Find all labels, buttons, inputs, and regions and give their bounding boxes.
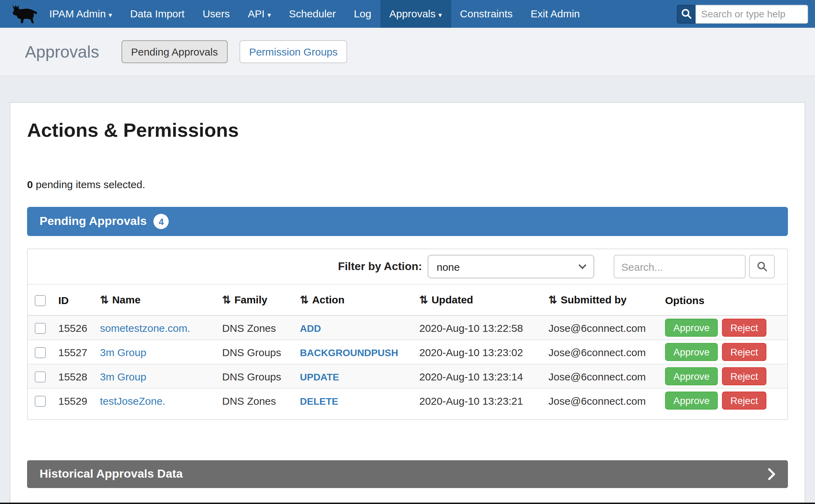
- col-header-submitted-by[interactable]: ⇅Submitted by: [543, 285, 659, 316]
- cell-updated: 2020-Aug-10 13:22:58: [414, 316, 543, 340]
- cell-updated: 2020-Aug-10 13:23:02: [414, 340, 543, 364]
- page-title: Approvals: [25, 42, 99, 61]
- nav-item-constraints[interactable]: Constraints: [451, 0, 522, 28]
- caret-down-icon: ▾: [109, 11, 112, 19]
- filter-toolbar: Filter by Action: none: [28, 249, 787, 285]
- selected-count: 0: [27, 178, 33, 190]
- pending-approvals-table-box: Filter by Action: none: [27, 249, 788, 420]
- nav-item-approvals[interactable]: Approvals▾: [380, 0, 451, 28]
- cell-family: DNS Groups: [217, 364, 294, 388]
- table-row: 15528 3m Group DNS Groups UPDATE 2020-Au…: [28, 364, 787, 388]
- row-checkbox[interactable]: [35, 371, 46, 383]
- cell-submitted-by: Jose@6connect.com: [543, 340, 659, 364]
- sort-icon[interactable]: ⇅: [300, 294, 309, 305]
- global-search-input[interactable]: [696, 5, 808, 23]
- sort-icon[interactable]: ⇅: [222, 294, 231, 305]
- action-link[interactable]: ADD: [300, 322, 321, 334]
- nav-item-scheduler[interactable]: Scheduler: [280, 0, 345, 28]
- nav-item-users[interactable]: Users: [194, 0, 239, 28]
- search-icon: [756, 261, 767, 272]
- nav-item-log[interactable]: Log: [345, 0, 380, 28]
- cell-id: 15528: [53, 364, 94, 388]
- table-row: 15529 testJoseZone. DNS Zones DELETE 202…: [28, 388, 787, 412]
- cell-submitted-by: Jose@6connect.com: [543, 388, 659, 412]
- pending-approvals-title: Pending Approvals: [40, 215, 147, 228]
- cell-updated: 2020-Aug-10 13:23:21: [414, 388, 543, 412]
- pending-approvals-header: Pending Approvals 4: [27, 207, 788, 236]
- page: IPAM Admin▾ Data Import Users API▾ Sched…: [0, 0, 815, 504]
- nav-item-api[interactable]: API▾: [239, 0, 280, 28]
- filter-action-select-wrap: none: [428, 255, 594, 278]
- main-panel: Actions & Permissions 0 pending items se…: [10, 102, 805, 504]
- reject-button[interactable]: Reject: [722, 343, 766, 361]
- row-checkbox[interactable]: [35, 396, 46, 407]
- historical-approvals-header[interactable]: Historical Approvals Data: [27, 460, 788, 488]
- reject-button[interactable]: Reject: [722, 319, 766, 337]
- cell-id: 15529: [53, 388, 94, 412]
- name-link[interactable]: testJoseZone.: [100, 395, 165, 406]
- row-checkbox[interactable]: [35, 323, 46, 334]
- nav-item-ipam-admin[interactable]: IPAM Admin▾: [40, 0, 121, 28]
- subheader: Approvals Pending Approvals Permission G…: [0, 28, 815, 76]
- action-link[interactable]: BACKGROUNDPUSH: [300, 347, 398, 358]
- row-checkbox[interactable]: [35, 347, 46, 358]
- col-header-id: ID: [53, 285, 94, 316]
- nav-item-exit-admin[interactable]: Exit Admin: [522, 0, 589, 28]
- approve-button[interactable]: Approve: [665, 343, 718, 361]
- cell-id: 15527: [53, 340, 94, 364]
- approve-button[interactable]: Approve: [665, 392, 718, 410]
- action-link[interactable]: DELETE: [300, 395, 338, 406]
- global-search: [677, 5, 808, 23]
- top-navbar: IPAM Admin▾ Data Import Users API▾ Sched…: [0, 0, 815, 28]
- approve-button[interactable]: Approve: [665, 319, 718, 337]
- col-header-options: Options: [659, 285, 787, 316]
- col-header-updated[interactable]: ⇅Updated: [414, 285, 543, 316]
- name-link[interactable]: 3m Group: [100, 370, 146, 382]
- filter-label: Filter by Action:: [338, 260, 422, 273]
- section-title: Actions & Permissions: [27, 119, 788, 142]
- moose-logo-icon[interactable]: [8, 3, 40, 25]
- reject-button[interactable]: Reject: [722, 392, 766, 410]
- col-header-action[interactable]: ⇅Action: [294, 285, 414, 316]
- caret-down-icon: ▾: [267, 11, 271, 19]
- action-link[interactable]: UPDATE: [300, 371, 339, 382]
- cell-family: DNS Zones: [217, 388, 294, 412]
- tab-pending-approvals[interactable]: Pending Approvals: [121, 40, 227, 63]
- chevron-right-icon: [768, 468, 775, 480]
- table-search-input[interactable]: [614, 255, 746, 278]
- col-header-family[interactable]: ⇅Family: [217, 285, 294, 316]
- historical-approvals-title: Historical Approvals Data: [40, 467, 183, 481]
- sort-icon[interactable]: ⇅: [419, 294, 428, 305]
- cell-updated: 2020-Aug-10 13:23:14: [414, 364, 543, 388]
- table-row: 15526 sometestzone.com. DNS Zones ADD 20…: [28, 316, 787, 340]
- sort-icon[interactable]: ⇅: [548, 294, 557, 305]
- search-icon[interactable]: [677, 5, 696, 23]
- reject-button[interactable]: Reject: [722, 367, 766, 385]
- cell-family: DNS Zones: [217, 316, 294, 340]
- tab-permission-groups[interactable]: Permission Groups: [240, 40, 347, 63]
- sort-icon[interactable]: ⇅: [100, 294, 109, 305]
- table-header-row: ID ⇅Name ⇅Family ⇅Action ⇅Updated ⇅Submi…: [28, 285, 787, 316]
- approve-button[interactable]: Approve: [665, 367, 718, 385]
- filter-action-select[interactable]: none: [428, 255, 594, 278]
- cell-submitted-by: Jose@6connect.com: [543, 364, 659, 388]
- cell-family: DNS Groups: [217, 340, 294, 364]
- nav-item-data-import[interactable]: Data Import: [121, 0, 194, 28]
- cell-id: 15526: [53, 316, 94, 340]
- caret-down-icon: ▾: [438, 11, 442, 19]
- selected-summary: 0 pending items selected.: [27, 178, 788, 190]
- pending-approvals-table: ID ⇅Name ⇅Family ⇅Action ⇅Updated ⇅Submi…: [28, 285, 787, 412]
- cell-submitted-by: Jose@6connect.com: [543, 316, 659, 340]
- count-badge: 4: [154, 214, 169, 229]
- table-row: 15527 3m Group DNS Groups BACKGROUNDPUSH…: [28, 340, 787, 364]
- col-header-name[interactable]: ⇅Name: [94, 285, 217, 316]
- select-all-checkbox[interactable]: [35, 295, 46, 306]
- name-link[interactable]: 3m Group: [100, 346, 146, 358]
- nav-menu: IPAM Admin▾ Data Import Users API▾ Sched…: [40, 0, 589, 28]
- table-search-button[interactable]: [749, 255, 775, 278]
- name-link[interactable]: sometestzone.com.: [100, 322, 190, 334]
- screen-bottom-edge: [0, 503, 815, 504]
